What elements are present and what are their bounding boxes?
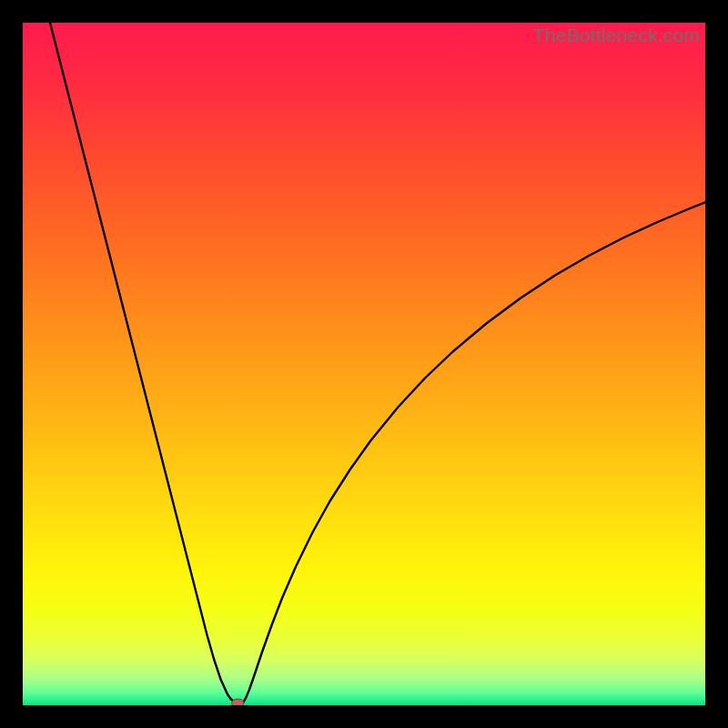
bottleneck-chart <box>23 23 705 705</box>
chart-frame: TheBottleneck.com <box>23 23 705 705</box>
watermark-text: TheBottleneck.com <box>533 25 700 46</box>
gradient-background <box>23 23 705 705</box>
optimal-point-marker <box>232 699 244 705</box>
